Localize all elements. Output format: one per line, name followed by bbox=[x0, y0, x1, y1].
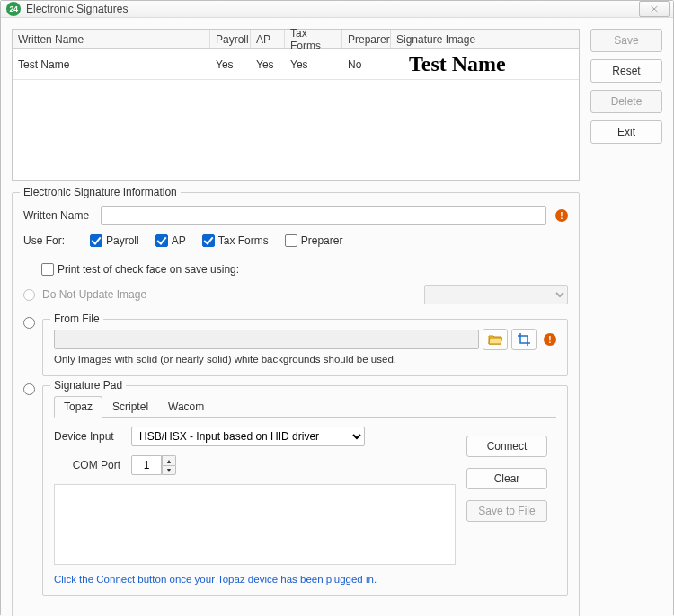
sigpad-right: Connect Clear Save to File bbox=[466, 427, 556, 585]
signature-info-group-title: Electronic Signature Information bbox=[20, 186, 181, 198]
tab-scriptel[interactable]: Scriptel bbox=[102, 396, 158, 418]
clear-button[interactable]: Clear bbox=[466, 468, 547, 489]
sigpad-group-title: Signature Pad bbox=[50, 379, 126, 392]
from-file-group: From File bbox=[42, 319, 568, 376]
delete-button: Delete bbox=[590, 90, 662, 113]
print-test-check-label: Print test of check face on save using: bbox=[58, 263, 239, 276]
from-file-note: Only Images with solid (or nearly solid)… bbox=[54, 354, 556, 365]
signature-canvas[interactable] bbox=[54, 484, 456, 565]
written-name-label: Written Name bbox=[23, 209, 95, 222]
print-test-select bbox=[424, 285, 568, 304]
sigpad-row: Signature Pad Topaz Scriptel Wacom Devic… bbox=[23, 380, 568, 596]
written-name-row: Written Name ! bbox=[23, 206, 568, 225]
grid-header: Written Name Payroll AP Tax Forms Prepar… bbox=[13, 30, 579, 49]
main-column: Written Name Payroll AP Tax Forms Prepar… bbox=[12, 29, 580, 616]
titlebar: 24 Electronic Signatures bbox=[1, 1, 673, 18]
com-port-input[interactable] bbox=[131, 455, 162, 475]
use-for-label: Use For: bbox=[23, 234, 74, 247]
ap-check-label: AP bbox=[172, 234, 186, 247]
table-row[interactable]: Test Name Yes Yes Yes No Test Name bbox=[13, 49, 579, 80]
signature-info-group: Electronic Signature Information Written… bbox=[12, 192, 580, 616]
ap-check-input[interactable] bbox=[155, 234, 168, 247]
written-name-input[interactable] bbox=[101, 206, 546, 225]
com-port-up[interactable]: ▲ bbox=[162, 455, 176, 465]
payroll-check-label: Payroll bbox=[106, 234, 139, 247]
device-input-label: Device Input bbox=[54, 430, 126, 443]
signatures-grid: Written Name Payroll AP Tax Forms Prepar… bbox=[12, 29, 580, 181]
file-warning-icon: ! bbox=[544, 333, 556, 346]
file-path-row: ! bbox=[54, 329, 556, 350]
no-update-label: Do Not Update Image bbox=[42, 288, 146, 301]
sigpad-left: Device Input HSB/HSX - Input based on HI… bbox=[54, 427, 456, 585]
sigpad-hint: Click the Connect button once your Topaz… bbox=[54, 574, 456, 585]
side-column: Save Reset Delete Exit bbox=[590, 29, 662, 616]
ap-checkbox[interactable]: AP bbox=[155, 234, 186, 247]
window-title: Electronic Signatures bbox=[26, 3, 639, 15]
tab-wacom[interactable]: Wacom bbox=[158, 396, 214, 418]
exit-button[interactable]: Exit bbox=[590, 120, 662, 144]
browse-button[interactable] bbox=[483, 329, 508, 350]
reset-button[interactable]: Reset bbox=[590, 59, 662, 83]
taxforms-check-label: Tax Forms bbox=[218, 234, 269, 247]
use-for-row: Use For: Payroll AP Tax Forms Preparer P… bbox=[23, 234, 568, 276]
col-payroll[interactable]: Payroll bbox=[210, 30, 251, 48]
col-written-name[interactable]: Written Name bbox=[13, 30, 210, 48]
col-preparer[interactable]: Preparer bbox=[342, 30, 391, 48]
sigpad-pane: Device Input HSB/HSX - Input based on HI… bbox=[54, 427, 556, 585]
from-file-row: From File bbox=[23, 313, 568, 376]
window-body: Written Name Payroll AP Tax Forms Prepar… bbox=[1, 18, 673, 616]
payroll-checkbox[interactable]: Payroll bbox=[90, 234, 139, 247]
device-input-select[interactable]: HSB/HSX - Input based on HID driver bbox=[131, 427, 365, 446]
com-port-label: COM Port bbox=[54, 459, 126, 471]
cell-payroll: Yes bbox=[210, 57, 251, 73]
file-path-input[interactable] bbox=[54, 330, 479, 349]
crop-button[interactable] bbox=[511, 329, 537, 350]
col-tax-forms[interactable]: Tax Forms bbox=[285, 30, 342, 48]
cell-signature-image: Test Name bbox=[391, 50, 579, 78]
folder-open-icon bbox=[488, 333, 502, 346]
preparer-check-label: Preparer bbox=[301, 234, 343, 247]
save-button: Save bbox=[590, 29, 662, 52]
close-icon bbox=[649, 4, 660, 13]
connect-button[interactable]: Connect bbox=[466, 436, 547, 457]
taxforms-check-input[interactable] bbox=[202, 234, 215, 247]
com-port-row: COM Port ▲ ▼ bbox=[54, 455, 456, 475]
tab-topaz[interactable]: Topaz bbox=[54, 396, 102, 418]
com-port-down[interactable]: ▼ bbox=[162, 465, 176, 475]
sigpad-radio[interactable] bbox=[23, 383, 35, 395]
window-close-button[interactable] bbox=[639, 1, 670, 17]
taxforms-checkbox[interactable]: Tax Forms bbox=[202, 234, 269, 247]
app-icon: 24 bbox=[6, 2, 21, 16]
window: 24 Electronic Signatures Written Name Pa… bbox=[0, 0, 674, 616]
no-update-radio bbox=[23, 289, 35, 301]
col-ap[interactable]: AP bbox=[251, 30, 285, 48]
sigpad-tabs: Topaz Scriptel Wacom bbox=[54, 395, 556, 418]
device-input-row: Device Input HSB/HSX - Input based on HI… bbox=[54, 427, 456, 446]
cell-preparer: No bbox=[342, 57, 391, 73]
cell-ap: Yes bbox=[251, 57, 285, 73]
cell-tax: Yes bbox=[285, 57, 342, 73]
preparer-check-input[interactable] bbox=[285, 234, 297, 247]
no-update-row: Do Not Update Image bbox=[23, 285, 568, 304]
cell-name: Test Name bbox=[13, 57, 210, 73]
from-file-group-title: From File bbox=[50, 312, 103, 325]
payroll-check-input[interactable] bbox=[90, 234, 102, 247]
col-signature-image[interactable]: Signature Image bbox=[391, 30, 579, 48]
com-port-stepper[interactable]: ▲ ▼ bbox=[131, 455, 176, 475]
print-test-check-input[interactable] bbox=[41, 263, 54, 276]
print-test-checkbox[interactable]: Print test of check face on save using: bbox=[41, 263, 239, 276]
sigpad-group: Signature Pad Topaz Scriptel Wacom Devic… bbox=[42, 385, 568, 596]
crop-icon bbox=[518, 333, 530, 346]
preparer-checkbox[interactable]: Preparer bbox=[285, 234, 343, 247]
warning-icon: ! bbox=[555, 209, 568, 222]
from-file-radio[interactable] bbox=[23, 317, 35, 329]
save-to-file-button: Save to File bbox=[466, 500, 547, 522]
